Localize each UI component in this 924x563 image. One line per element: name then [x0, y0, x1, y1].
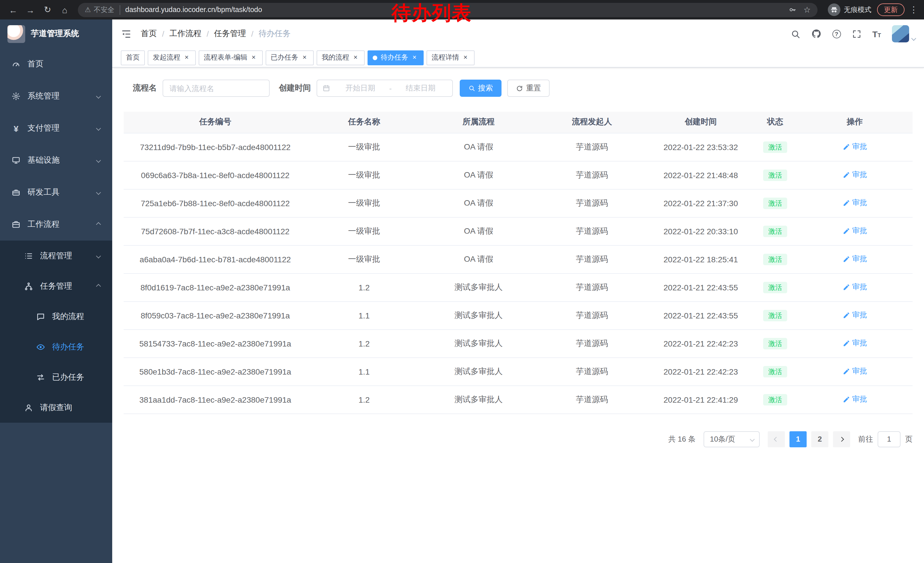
forward-icon[interactable]: →: [22, 5, 39, 15]
github-icon[interactable]: [811, 29, 821, 39]
close-icon[interactable]: ×: [183, 54, 190, 62]
update-label: 更新: [884, 5, 898, 15]
cell-task-id: 580e1b3d-7ac8-11ec-a9e2-a2380e71991a: [124, 357, 307, 386]
approve-label: 审批: [852, 282, 867, 293]
approve-link[interactable]: 审批: [842, 198, 867, 208]
sidebar-toggle-icon[interactable]: [121, 29, 132, 39]
security-label[interactable]: 不安全: [94, 5, 120, 15]
sidebar-item-home[interactable]: 首页: [0, 48, 112, 80]
edit-icon: [842, 199, 850, 207]
approve-link[interactable]: 审批: [842, 142, 867, 152]
close-icon[interactable]: ×: [461, 54, 470, 62]
sidebar-item-label: 基础设施: [27, 155, 60, 165]
chevron-down-icon: [750, 437, 755, 441]
tab-todo-task[interactable]: 待办任务×: [368, 50, 424, 65]
cell-initiator: 芋道源码: [536, 357, 648, 386]
sidebar-item-infrastructure[interactable]: 基础设施: [0, 144, 112, 176]
sidebar-item-leave-query[interactable]: 请假查询: [0, 392, 112, 423]
app-logo[interactable]: 芋道管理系统: [0, 20, 112, 48]
sidebar-item-workflow[interactable]: 工作流程: [0, 209, 112, 240]
approve-link[interactable]: 审批: [842, 254, 867, 264]
close-icon[interactable]: ×: [250, 54, 258, 62]
font-size-icon[interactable]: TT: [872, 30, 881, 38]
process-name-input[interactable]: [163, 80, 270, 97]
column-header: 任务名称: [307, 112, 422, 133]
tab-label: 首页: [126, 53, 140, 62]
user-menu[interactable]: [892, 25, 915, 42]
sidebar-item-task-management[interactable]: 任务管理: [0, 271, 112, 301]
close-icon[interactable]: ×: [351, 54, 360, 62]
chevron-up-icon: [96, 284, 101, 289]
date-range-picker[interactable]: 开始日期 - 结束日期: [316, 80, 453, 97]
sidebar-item-label: 任务管理: [40, 281, 72, 291]
close-icon[interactable]: ×: [300, 54, 309, 62]
sidebar-item-payment-management[interactable]: ¥支付管理: [0, 112, 112, 144]
tab-my-process[interactable]: 我的流程×: [316, 50, 364, 65]
sidebar-item-done-task[interactable]: 已办任务: [0, 362, 112, 392]
close-icon[interactable]: ×: [411, 54, 418, 62]
more-menu-icon[interactable]: ⋮: [908, 5, 920, 15]
key-icon[interactable]: [789, 6, 796, 14]
page-button-1[interactable]: 1: [789, 431, 807, 447]
search-icon[interactable]: [790, 29, 800, 39]
fullscreen-icon[interactable]: [852, 29, 861, 39]
sidebar-item-label: 流程管理: [40, 251, 72, 261]
approve-link[interactable]: 审批: [842, 282, 867, 293]
chevron-down-icon: [96, 190, 101, 195]
cell-initiator: 芋道源码: [536, 133, 648, 161]
breadcrumb: 首页/工作流程/任务管理/待办任务: [141, 29, 291, 39]
page-button-2[interactable]: 2: [811, 431, 828, 447]
reload-icon[interactable]: ↻: [39, 5, 56, 15]
update-button[interactable]: 更新: [877, 3, 904, 16]
yen-icon: ¥: [11, 123, 21, 133]
goto-label: 前往: [858, 434, 873, 444]
search-button[interactable]: 搜索: [460, 80, 501, 97]
app-root: ← → ↻ ⌂ ⚠ 不安全 dashboard.yudao.iocoder.cn…: [0, 0, 924, 563]
approve-link[interactable]: 审批: [842, 366, 867, 377]
tab-label: 已办任务: [271, 53, 298, 62]
approve-link[interactable]: 审批: [842, 394, 867, 405]
tab-label: 发起流程: [153, 53, 180, 62]
edit-icon: [842, 143, 850, 151]
approve-link[interactable]: 审批: [842, 226, 867, 236]
status-badge: 激活: [763, 197, 787, 209]
star-icon[interactable]: ☆: [804, 5, 811, 14]
table-row: 381aa1dd-7ac8-11ec-a9e2-a2380e71991a1.2测…: [124, 386, 912, 413]
goto-page-input[interactable]: [878, 431, 900, 447]
approve-link[interactable]: 审批: [842, 310, 867, 320]
breadcrumb-item[interactable]: 工作流程: [170, 29, 201, 39]
tab-done-task[interactable]: 已办任务×: [266, 50, 314, 65]
tab-start-process[interactable]: 发起流程×: [148, 50, 196, 65]
incognito-label: 无痕模式: [844, 5, 872, 15]
date-range-separator: -: [387, 84, 394, 93]
breadcrumb-item[interactable]: 任务管理: [214, 29, 246, 39]
sidebar-item-process-management[interactable]: 流程管理: [0, 240, 112, 271]
cell-initiator: 芋道源码: [536, 329, 648, 357]
home-icon[interactable]: ⌂: [56, 5, 73, 15]
approve-link[interactable]: 审批: [842, 170, 867, 180]
sidebar-item-my-process[interactable]: 我的流程: [0, 301, 112, 332]
prev-page-button[interactable]: [768, 431, 785, 447]
page-size-select[interactable]: 10条/页: [704, 431, 760, 447]
breadcrumb-item[interactable]: 首页: [141, 29, 157, 39]
sidebar-item-label: 已办任务: [52, 372, 84, 382]
cell-task-id: 8f059c03-7ac8-11ec-a9e2-a2380e71991a: [124, 301, 307, 329]
cell-process: OA 请假: [422, 217, 536, 245]
reset-button[interactable]: 重置: [507, 80, 550, 97]
help-icon[interactable]: ?: [832, 30, 841, 38]
approve-link[interactable]: 审批: [842, 338, 867, 348]
calendar-icon: [322, 84, 330, 92]
tab-home[interactable]: 首页: [121, 50, 145, 65]
sidebar-item-dev-tools[interactable]: 研发工具: [0, 176, 112, 209]
next-page-button[interactable]: [833, 431, 850, 447]
tab-process-form-edit[interactable]: 流程表单-编辑×: [199, 50, 263, 65]
tab-label: 待办任务: [381, 53, 408, 62]
status-badge: 激活: [763, 141, 787, 153]
back-icon[interactable]: ←: [4, 5, 22, 15]
sidebar-item-todo-task[interactable]: 待办任务: [0, 332, 112, 362]
tab-process-detail[interactable]: 流程详情×: [426, 50, 475, 65]
cell-task-id: 725a1eb6-7b88-11ec-8ef0-acde48001122: [124, 189, 307, 217]
sidebar-item-system-management[interactable]: 系统管理: [0, 80, 112, 112]
cell-task-id: 58154733-7ac8-11ec-a9e2-a2380e71991a: [124, 329, 307, 357]
sidebar-item-label: 支付管理: [27, 123, 60, 134]
